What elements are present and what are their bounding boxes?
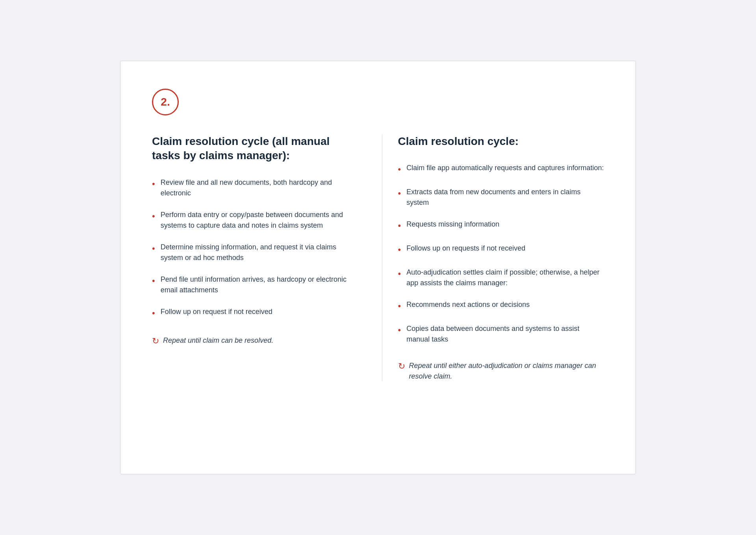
bullet-dot-icon: • xyxy=(398,220,401,232)
list-item: • Recommends next actions or decisions xyxy=(398,299,604,312)
list-item: • Auto-adjudication settles claim if pos… xyxy=(398,267,604,288)
repeat-icon: ↻ xyxy=(398,361,405,372)
bullet-dot-icon: • xyxy=(398,268,401,280)
right-repeat-label: Repeat until either auto-adjudication or… xyxy=(409,360,604,382)
list-item-text: Recommends next actions or decisions xyxy=(406,299,530,310)
bullet-dot-icon: • xyxy=(152,307,155,320)
list-item: • Perform data entry or copy/paste betwe… xyxy=(152,210,358,231)
step-number: 2. xyxy=(161,96,170,108)
list-item: • Review file and all new documents, bot… xyxy=(152,177,358,199)
left-bullet-list: • Review file and all new documents, bot… xyxy=(152,177,358,320)
list-item-text: Determine missing information, and reque… xyxy=(161,242,358,263)
right-column: Claim resolution cycle: • Claim file app… xyxy=(382,134,604,382)
list-item-text: Pend file until information arrives, as … xyxy=(161,274,358,295)
bullet-dot-icon: • xyxy=(398,300,401,312)
list-item-text: Claim file app automatically requests an… xyxy=(406,163,604,173)
list-item: • Follow up on request if not received xyxy=(152,307,358,320)
bullet-dot-icon: • xyxy=(152,178,155,190)
list-item: • Determine missing information, and req… xyxy=(152,242,358,263)
list-item: • Claim file app automatically requests … xyxy=(398,163,604,176)
right-bullet-list: • Claim file app automatically requests … xyxy=(398,163,604,344)
list-item: • Copies data between documents and syst… xyxy=(398,323,604,345)
list-item: • Requests missing information xyxy=(398,219,604,232)
left-column: Claim resolution cycle (all manual tasks… xyxy=(152,134,382,382)
list-item: • Follows up on requests if not received xyxy=(398,243,604,256)
list-item-text: Auto-adjudication settles claim if possi… xyxy=(406,267,604,288)
list-item-text: Follows up on requests if not received xyxy=(406,243,525,254)
bullet-dot-icon: • xyxy=(398,324,401,336)
bullet-dot-icon: • xyxy=(152,243,155,255)
list-item: • Pend file until information arrives, a… xyxy=(152,274,358,295)
left-column-title: Claim resolution cycle (all manual tasks… xyxy=(152,134,358,163)
list-item: • Extracts data from new documents and e… xyxy=(398,187,604,208)
slide-container: 2. Claim resolution cycle (all manual ta… xyxy=(120,61,636,474)
bullet-dot-icon: • xyxy=(152,210,155,223)
bullet-dot-icon: • xyxy=(398,244,401,256)
columns-layout: Claim resolution cycle (all manual tasks… xyxy=(152,134,604,382)
step-badge: 2. xyxy=(152,89,179,115)
left-repeat-section: ↻ Repeat until claim can be resolved. xyxy=(152,335,358,346)
list-item-text: Perform data entry or copy/paste between… xyxy=(161,210,358,231)
left-repeat-label: Repeat until claim can be resolved. xyxy=(163,335,273,346)
list-item-text: Extracts data from new documents and ent… xyxy=(406,187,604,208)
list-item-text: Copies data between documents and system… xyxy=(406,323,604,345)
repeat-icon: ↻ xyxy=(152,336,159,346)
list-item-text: Follow up on request if not received xyxy=(161,307,272,317)
right-repeat-section: ↻ Repeat until either auto-adjudication … xyxy=(398,360,604,382)
right-column-title: Claim resolution cycle: xyxy=(398,134,604,149)
bullet-dot-icon: • xyxy=(398,163,401,176)
list-item-text: Review file and all new documents, both … xyxy=(161,177,358,199)
bullet-dot-icon: • xyxy=(152,275,155,287)
list-item-text: Requests missing information xyxy=(406,219,499,230)
bullet-dot-icon: • xyxy=(398,188,401,200)
